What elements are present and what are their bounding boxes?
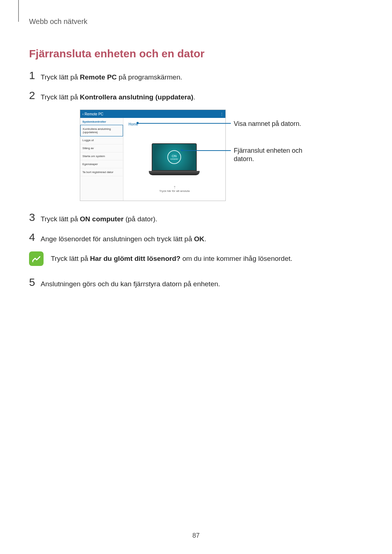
on-sub: computer	[171, 158, 178, 160]
up-arrow-icon: ⇡	[123, 186, 225, 189]
section-title: Fjärransluta enheten och en dator	[29, 48, 363, 60]
sidebar-item: Stäng av	[80, 144, 123, 152]
text: på programskärmen.	[117, 73, 182, 81]
note: Tryck lätt på Har du glömt ditt lösenord…	[29, 251, 363, 266]
step-2: 2 Tryck lätt på Kontrollera anslutning (…	[29, 90, 363, 103]
step-text: Ange lösenordet för anslutningen och try…	[41, 232, 206, 245]
note-text: Tryck lätt på Har du glömt ditt lösenord…	[51, 251, 293, 264]
callout-line	[137, 123, 231, 124]
sidebar-header: Systemkontroller	[80, 118, 123, 125]
app-header: Remote PC ⋮	[80, 110, 225, 118]
bold: OK	[194, 235, 204, 243]
step-number: 4	[29, 232, 41, 243]
step-text: Anslutningen görs och du kan fjärrstyra …	[41, 277, 220, 290]
laptop-illustration: ON computer	[149, 143, 200, 175]
callout-dot	[136, 122, 139, 124]
text: Tryck lätt på	[41, 215, 80, 223]
callout-line	[181, 150, 231, 151]
bold: Remote PC	[80, 73, 117, 81]
text: om du inte kommer ihåg lösenordet.	[180, 255, 292, 262]
on-label: ON	[172, 155, 177, 158]
sidebar-item: Kontrollera anslutning (uppdatera)	[80, 125, 123, 136]
step-text: Tryck lätt på ON computer (på dator).	[41, 212, 157, 225]
text: Ange lösenordet för anslutningen och try…	[41, 235, 194, 243]
back-button: Remote PC	[82, 112, 103, 116]
callout-top: Visa namnet på datorn.	[234, 120, 306, 128]
text: .	[204, 235, 206, 243]
page-edge-marker	[18, 0, 19, 22]
text: Tryck lätt på	[41, 93, 80, 101]
main-panel: Home ON computer ⇡	[123, 118, 225, 201]
breadcrumb: Webb och nätverk	[29, 17, 363, 26]
callout-dot	[181, 149, 183, 151]
step-text: Tryck lätt på Remote PC på programskärme…	[41, 70, 182, 83]
step-number: 3	[29, 212, 41, 223]
bold: Har du glömt ditt lösenord?	[90, 255, 180, 262]
text: Tryck lätt på	[51, 255, 90, 262]
bold: Kontrollera anslutning (uppdatera)	[80, 93, 193, 101]
sidebar-item: Starta om system	[80, 152, 123, 160]
text: (på dator).	[123, 215, 157, 223]
menu-icon: ⋮	[220, 112, 223, 116]
step-number: 1	[29, 70, 41, 81]
note-icon	[29, 251, 44, 266]
sidebar-item: Ta bort registrerad dator	[80, 168, 123, 176]
text: .	[193, 93, 195, 101]
step-5: 5 Anslutningen görs och du kan fjärrstyr…	[29, 277, 363, 290]
step-1: 1 Tryck lätt på Remote PC på programskär…	[29, 70, 363, 83]
callout-bottom: Fjärranslut enheten och datorn.	[234, 147, 306, 164]
sidebar-item: Logga ut	[80, 136, 123, 144]
sidebar: Systemkontroller Kontrollera anslutning …	[80, 118, 123, 201]
bold: ON computer	[80, 215, 123, 223]
tap-hint: ⇡ Tryck här för att ansluta	[123, 186, 225, 193]
step-number: 2	[29, 90, 41, 101]
sidebar-item: Egenskaper	[80, 160, 123, 168]
step-3: 3 Tryck lätt på ON computer (på dator).	[29, 212, 363, 225]
tap-hint-text: Tryck här för att ansluta	[159, 189, 190, 193]
text: Tryck lätt på	[41, 73, 80, 81]
figure-container: Remote PC ⋮ Systemkontroller Kontrollera…	[22, 110, 363, 201]
step-text: Tryck lätt på Kontrollera anslutning (up…	[41, 90, 195, 103]
page-number: 87	[0, 532, 392, 539]
on-badge: ON computer	[167, 150, 181, 164]
step-4: 4 Ange lösenordet för anslutningen och t…	[29, 232, 363, 245]
step-number: 5	[29, 277, 41, 288]
